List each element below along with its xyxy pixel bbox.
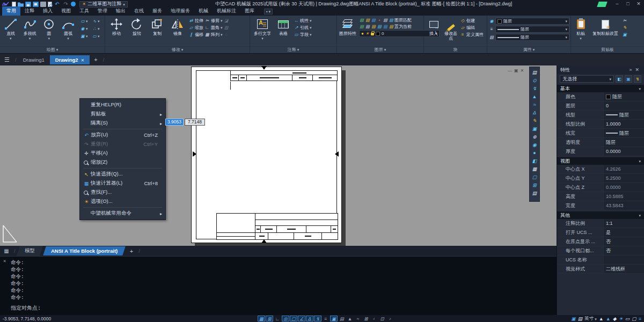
status-toggle[interactable]: ⊡: [378, 316, 386, 321]
doc-close-icon[interactable]: ✕: [521, 68, 524, 73]
ribbon-tab[interactable]: 在线: [130, 6, 148, 16]
ribbon-tab[interactable]: 视图: [57, 6, 75, 16]
viewport-grip-top[interactable]: [261, 66, 267, 70]
property-row[interactable]: 中心点 X4.2626: [557, 165, 644, 174]
property-row[interactable]: UCS 名称: [557, 255, 644, 265]
clipboard-tool-button[interactable]: ▣: [622, 31, 627, 38]
table-button[interactable]: 表格: [274, 17, 292, 36]
ribbon-tab[interactable]: 注释: [20, 6, 39, 16]
annotation-tool-button[interactable]: ▭字段: [294, 31, 312, 38]
modify-group-label[interactable]: 修改: [105, 46, 250, 53]
modify-tool-button[interactable]: ▱缩放: [188, 24, 203, 31]
edit-basepoint-button[interactable]: 修改基点: [443, 17, 459, 41]
polyline-button[interactable]: 多段线: [21, 17, 39, 41]
palette-close-icon[interactable]: ✕: [633, 67, 641, 72]
layers-group-label[interactable]: 图层: [337, 46, 423, 53]
status-icon[interactable]: ◆: [613, 316, 617, 321]
status-icon[interactable]: ▲: [599, 316, 604, 321]
circle-button[interactable]: 圆: [40, 17, 58, 41]
status-toggle[interactable]: ▤: [338, 316, 346, 321]
property-row[interactable]: 颜色随层: [557, 92, 644, 101]
status-icon[interactable]: ≡: [639, 316, 641, 321]
draw-tool-button[interactable]: ▭: [80, 17, 92, 25]
layer-tool-icon[interactable]: ▤: [371, 18, 376, 23]
layer-tool-icon[interactable]: ▤: [359, 18, 364, 23]
zwsoft-logo[interactable]: [597, 2, 608, 7]
section-other[interactable]: 其他: [557, 211, 644, 219]
property-row[interactable]: 透明度随层: [557, 138, 644, 147]
property-row[interactable]: 在原点显示 ...否: [557, 237, 644, 246]
status-toggle[interactable]: ▣: [330, 316, 338, 321]
layer-tool-icon[interactable]: ▤: [377, 24, 382, 29]
property-row[interactable]: 图层0: [557, 101, 644, 111]
side-tool-button[interactable]: Δ: [530, 108, 539, 116]
layout-paper[interactable]: [191, 67, 342, 243]
side-tool-button[interactable]: ▤: [530, 189, 539, 197]
property-row[interactable]: 打开 UCS ...是: [557, 228, 644, 237]
ribbon-tab[interactable]: 图库: [240, 6, 259, 16]
context-menu-item[interactable]: ▦ 快速计算器(L) Ctrl+8: [80, 179, 165, 188]
document-tab[interactable]: Drawing2: [50, 55, 90, 64]
clipboard-tool-button[interactable]: ✎: [622, 24, 627, 31]
viewport-grip-left[interactable]: [193, 151, 196, 157]
command-line-panel[interactable]: ✕ 命令:命令:命令:命令:命令:命令: 指定对角点:: [0, 256, 557, 315]
drawing-canvas[interactable]: — ▣ ✕ ▤⊙↯▲≈Δ✎▣⊕◉●◧▦▢⊞▤ 重复HELP(R): [0, 65, 557, 246]
status-toggle[interactable]: ≈: [354, 316, 362, 321]
status-icon[interactable]: ▤: [578, 316, 583, 321]
ribbon-tab[interactable]: 输出: [112, 6, 130, 16]
clipboard-tool-button[interactable]: ✂: [622, 17, 627, 24]
layer-tool-icon[interactable]: ▤: [359, 24, 364, 29]
side-tool-button[interactable]: ▲: [530, 92, 539, 100]
section-basic[interactable]: 基本: [557, 85, 644, 92]
status-toggle[interactable]: ↯: [314, 316, 321, 321]
side-tool-button[interactable]: ⊕: [530, 133, 539, 141]
status-icon[interactable]: ☀: [619, 316, 623, 321]
property-row[interactable]: 每个视口都...否: [557, 246, 644, 255]
help-icon[interactable]: [71, 2, 76, 6]
section-view[interactable]: 视图: [557, 157, 644, 165]
modify-tool-button[interactable]: ◪: [224, 17, 229, 24]
paste-button[interactable]: 粘贴: [573, 17, 589, 41]
dynamic-input-x[interactable]: 3.9053: [165, 119, 184, 126]
line-button[interactable]: 直线: [2, 17, 20, 41]
side-tool-button[interactable]: ⊙: [530, 76, 539, 84]
context-menu-item[interactable]: 查找(F)...: [80, 188, 165, 197]
status-icon[interactable]: ▲: [606, 316, 611, 321]
context-menu-item[interactable]: ↷ 重做(R) Ctrl+Y: [80, 140, 165, 149]
status-toggle[interactable]: ‹: [370, 316, 378, 321]
set-current-layer-button[interactable]: 置为当前: [394, 24, 412, 30]
block-tool-button[interactable]: ◇创建: [460, 17, 484, 24]
property-row[interactable]: 中心点 Y5.2500: [557, 174, 644, 183]
layer-tool-icon[interactable]: ▤: [389, 18, 394, 23]
ribbon-tab[interactable]: 机械标注: [213, 6, 240, 16]
property-row[interactable]: 高度10.5885: [557, 192, 644, 201]
draw-tool-button[interactable]: ∴: [92, 25, 104, 32]
minimize-button[interactable]: –: [612, 0, 623, 8]
property-row[interactable]: 宽度43.5843: [557, 201, 644, 210]
close-tab-icon[interactable]: [81, 57, 85, 63]
viewport-grip-bottom[interactable]: [261, 239, 267, 243]
side-tool-button[interactable]: ▤: [530, 68, 539, 76]
redo-icon[interactable]: ↷: [62, 2, 69, 7]
layout-tab[interactable]: ANSI A Title Block (portrait): [43, 246, 126, 255]
side-tool-button[interactable]: ◧: [530, 157, 539, 165]
status-icon[interactable]: ▢: [632, 316, 636, 321]
context-menu-item[interactable]: ✛ 平移(A): [80, 149, 165, 158]
properties-group-label[interactable]: 属性: [487, 46, 570, 53]
draw-group-label[interactable]: 绘图: [0, 46, 105, 53]
status-toggle[interactable]: ⊠: [362, 316, 370, 321]
ribbon-tab[interactable]: 服务: [148, 6, 166, 16]
ribbon-tab[interactable]: 机械: [194, 6, 213, 16]
property-row[interactable]: 线宽随层: [557, 129, 644, 138]
lineweight-dropdown[interactable]: 随层: [495, 34, 569, 41]
new-file-icon[interactable]: [12, 2, 16, 7]
move-button[interactable]: 移动: [107, 17, 126, 36]
property-row[interactable]: 线型比例1.0000: [557, 120, 644, 129]
block-tool-button[interactable]: ▱编辑: [460, 24, 484, 31]
layer-tool-icon[interactable]: ▤: [383, 24, 388, 29]
block-tool-button[interactable]: ≡定义属性: [460, 31, 484, 38]
command-close-icon[interactable]: ✕: [3, 258, 6, 264]
viewport-grip-right[interactable]: [335, 151, 339, 157]
clipboard-group-label[interactable]: 剪贴板: [571, 46, 644, 53]
context-menu-item[interactable]: [83, 129, 162, 129]
